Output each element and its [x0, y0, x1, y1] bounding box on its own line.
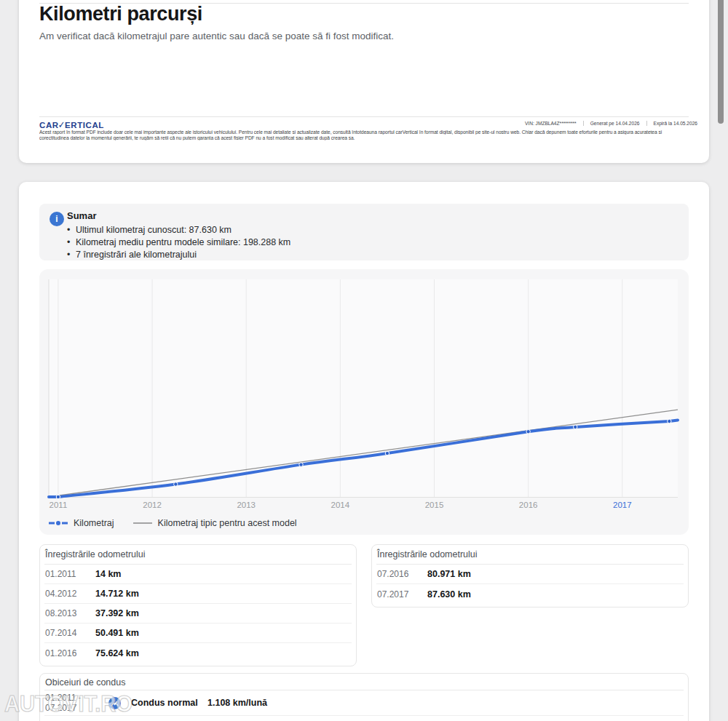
- habit-label: Condus normal: [131, 698, 207, 708]
- logo-text: CAR: [39, 121, 59, 130]
- x-axis-label: 2017: [613, 501, 632, 509]
- table-header: Înregistrările odometrului: [376, 545, 684, 565]
- disclaimer-line: corectitudinea datelor la momentul gener…: [39, 135, 689, 140]
- summary-bullet: 7 înregistrări ale kilometrajului: [76, 250, 290, 260]
- autovit-watermark: AUTOVIT.RO: [4, 691, 132, 717]
- data-point: [574, 425, 577, 429]
- x-axis-label: 2012: [143, 501, 162, 509]
- data-point: [174, 482, 178, 486]
- legend-label: Kilometraj tipic pentru acest model: [158, 518, 297, 528]
- page-title: Kilometri parcurși: [39, 3, 202, 25]
- vin-value: VIN: JMZBLA4Z*********: [525, 121, 577, 126]
- table-row: 01.201114 km: [44, 565, 352, 584]
- report-header-card: Kilometri parcurși Am verificat dacă kil…: [19, 0, 709, 163]
- habit-row: 01.2011 - 07.2017 Condus normal 1.108 km…: [44, 690, 684, 716]
- generated-date: Generat pe 14.04.2026: [583, 121, 640, 126]
- summary-bullet: Kilometraj mediu pentru modele similare:…: [76, 238, 290, 247]
- page-subtitle: Am verificat dacă kilometrajul pare aute…: [39, 31, 394, 41]
- x-axis-label: 2014: [331, 501, 350, 509]
- summary-bullet: Ultimul kilometraj cunoscut: 87.630 km: [76, 226, 290, 235]
- record-km: 50.491 km: [95, 628, 139, 638]
- record-km: 37.392 km: [95, 608, 139, 618]
- mileage-chart-panel: 2011201220132014201520162017 Kilometraj …: [39, 269, 689, 535]
- driving-habits-box: Obiceiuri de condus 01.2011 - 07.2017 Co…: [39, 673, 689, 721]
- odometer-table-right: Înregistrările odometrului07.201680.971 …: [371, 544, 689, 608]
- footer-divider: [39, 116, 689, 117]
- summary-bullet-list: Ultimul kilometraj cunoscut: 87.630 kmKi…: [76, 222, 290, 260]
- report-meta-row: VIN: JMZBLA4Z********* Generat pe 14.04.…: [525, 121, 697, 126]
- record-date: 07.2016: [376, 569, 427, 579]
- scrollbar-thumb[interactable]: [718, 0, 724, 124]
- plot-area: [49, 279, 678, 497]
- record-km: 14.712 km: [95, 589, 139, 599]
- carvertical-logo: CAR✓ERTICAL: [39, 120, 104, 130]
- legend-item-mileage: Kilometraj: [49, 518, 114, 528]
- x-axis-label: 2013: [237, 501, 256, 509]
- table-row: 07.201450.491 km: [44, 624, 352, 643]
- logo-text: ERTICAL: [65, 121, 104, 130]
- record-km: 14 km: [95, 569, 121, 579]
- table-row: 04.201214.712 km: [44, 584, 352, 604]
- table-row: 07.201680.971 km: [376, 565, 684, 584]
- record-date: 01.2016: [44, 648, 95, 658]
- record-date: 01.2011: [44, 569, 95, 579]
- disclaimer-line: Acest raport în format PDF include doar …: [39, 130, 689, 135]
- info-icon: i: [50, 212, 64, 226]
- habits-header: Obiceiuri de condus: [44, 674, 684, 690]
- typical-line-marker-icon: [133, 520, 152, 526]
- record-date: 04.2012: [44, 589, 95, 599]
- mileage-line-marker-icon: [49, 520, 68, 526]
- chart-legend: Kilometraj Kilometraj tipic pentru acest…: [49, 514, 297, 532]
- record-km: 75.624 km: [95, 648, 139, 658]
- record-km: 87.630 km: [427, 589, 471, 599]
- table-row: 07.201787.630 km: [376, 584, 684, 604]
- data-point: [385, 451, 389, 455]
- table-header: Înregistrările odometrului: [44, 545, 352, 565]
- legend-label: Kilometraj: [74, 518, 114, 528]
- data-point: [526, 430, 530, 434]
- x-axis-label: 2015: [425, 501, 444, 509]
- x-axis-label: 2016: [519, 501, 538, 509]
- expiry-date: Expiră la 14.05.2026: [646, 121, 698, 126]
- record-date: 08.2013: [44, 608, 95, 618]
- legend-item-typical: Kilometraj tipic pentru acest model: [133, 518, 297, 528]
- record-date: 07.2014: [44, 628, 95, 638]
- habit-value: 1.108 km/lună: [207, 698, 267, 708]
- table-row: 01.201675.624 km: [44, 643, 352, 663]
- table-row: 08.201337.392 km: [44, 604, 352, 624]
- mileage-chart: 2011201220132014201520162017: [39, 269, 689, 520]
- x-axis-label: 2011: [50, 501, 68, 509]
- summary-title: Sumar: [67, 210, 96, 221]
- data-point: [299, 463, 303, 466]
- summary-box: i Sumar Ultimul kilometraj cunoscut: 87.…: [39, 204, 689, 260]
- data-point: [56, 495, 60, 498]
- mileage-section-card: i Sumar Ultimul kilometraj cunoscut: 87.…: [19, 182, 709, 721]
- data-point: [668, 419, 671, 423]
- record-km: 80.971 km: [427, 569, 471, 579]
- record-date: 07.2017: [376, 589, 427, 599]
- odometer-table-left: Înregistrările odometrului01.201114 km04…: [39, 544, 357, 666]
